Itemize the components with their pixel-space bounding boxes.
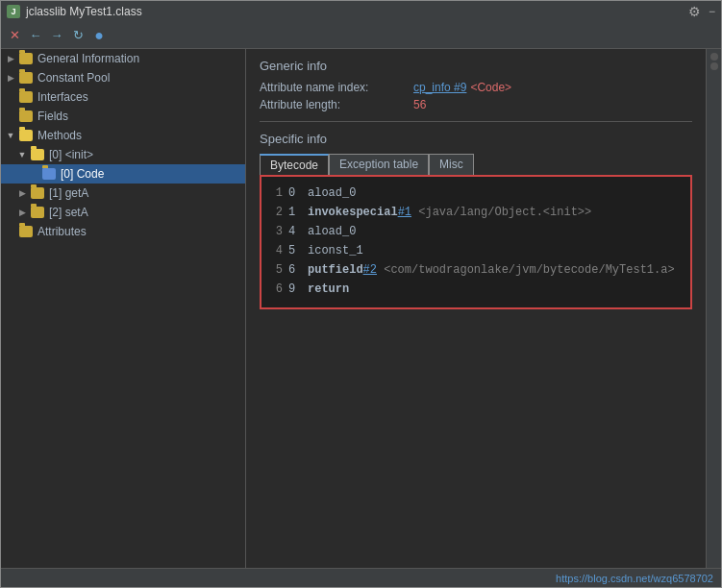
attr-name-row: Attribute name index: cp_info #9 <Code>	[260, 81, 692, 94]
main-area: ▶ General Information ▶ Constant Pool ▶ …	[1, 49, 721, 568]
attr-length-value: 56	[413, 98, 426, 111]
tree-item-general-info[interactable]: ▶ General Information	[1, 49, 245, 68]
tree-item-interfaces[interactable]: ▶ Interfaces	[1, 87, 245, 107]
code-line-1: 1 0 aload_0	[269, 184, 683, 202]
methods-label: Methods	[37, 129, 82, 142]
arrow-seta: ▶	[16, 207, 28, 218]
bytecode-panel: 1 0 aload_0 2 1 invokespecial #1 <java/l…	[260, 175, 692, 309]
code-label: [0] Code	[61, 167, 104, 181]
folder-icon-fields	[19, 110, 33, 122]
tree-item-constant-pool[interactable]: ▶ Constant Pool	[1, 68, 245, 87]
divider	[260, 121, 692, 122]
link-2[interactable]: #1	[398, 204, 411, 221]
sidebar-dot-2[interactable]	[710, 62, 718, 70]
tree-item-code[interactable]: ▶ [0] Code	[1, 164, 245, 184]
line-num-6: 6	[269, 281, 283, 298]
window-title: jclasslib MyTest1.class	[26, 5, 142, 18]
specific-info-title: Specific info	[260, 132, 692, 146]
right-sidebar	[706, 49, 721, 568]
title-bar-left: J jclasslib MyTest1.class	[7, 5, 142, 18]
instruction-2: invokespecial	[308, 204, 398, 221]
attr-name-label: Attribute name index:	[260, 81, 413, 94]
folder-icon-interfaces	[19, 91, 33, 103]
arrow-code: ▶	[28, 168, 39, 180]
sidebar-dot-1[interactable]	[710, 53, 718, 61]
instruction-5: putfield	[308, 261, 363, 279]
tab-exception-table[interactable]: Exception table	[329, 154, 429, 175]
folder-icon-attributes	[19, 226, 33, 237]
folder-icon-code	[42, 168, 56, 180]
refresh-button[interactable]: ↻	[68, 26, 87, 45]
folder-icon-general	[19, 53, 33, 64]
arrow-methods: ▼	[5, 130, 16, 141]
circle-button[interactable]: ●	[89, 26, 109, 45]
line-num-3: 3	[269, 223, 283, 240]
tree-item-fields[interactable]: ▶ Fields	[1, 107, 245, 126]
geta-label: [1] getA	[49, 186, 88, 200]
arrow-interfaces: ▶	[5, 91, 16, 103]
status-bar: https://blog.csdn.net/wzq6578702	[1, 568, 721, 587]
status-url: https://blog.csdn.net/wzq6578702	[556, 573, 713, 584]
tree-item-geta[interactable]: ▶ [1] getA	[1, 184, 245, 203]
title-bar-controls: ⚙ −	[688, 4, 715, 19]
tree-item-methods[interactable]: ▼ Methods	[1, 126, 245, 145]
line-num-1: 1	[269, 184, 283, 202]
left-tree-panel: ▶ General Information ▶ Constant Pool ▶ …	[1, 49, 246, 568]
instruction-4: iconst_1	[308, 242, 363, 259]
arrow-general-info: ▶	[5, 53, 16, 64]
main-window: J jclasslib MyTest1.class ⚙ − ✕ ← → ↻ ● …	[0, 0, 722, 588]
folder-icon-geta	[31, 187, 44, 199]
tab-misc[interactable]: Misc	[429, 154, 474, 175]
back-button[interactable]: ←	[26, 26, 45, 45]
offset-6: 9	[288, 281, 302, 298]
tabs-container: Bytecode Exception table Misc	[260, 154, 692, 175]
right-content-panel: Generic info Attribute name index: cp_in…	[246, 49, 706, 568]
tab-bytecode[interactable]: Bytecode	[260, 154, 329, 175]
generic-info-title: Generic info	[260, 59, 692, 73]
code-line-6: 6 9 return	[269, 281, 683, 298]
offset-4: 5	[288, 242, 302, 259]
line-num-5: 5	[269, 261, 283, 279]
offset-1: 0	[288, 184, 302, 202]
code-line-3: 3 4 aload_0	[269, 223, 683, 240]
attr-length-row: Attribute length: 56	[260, 98, 692, 111]
tree-item-init[interactable]: ▼ [0] <init>	[1, 145, 245, 164]
seta-label: [2] setA	[49, 206, 88, 219]
folder-icon-methods	[19, 130, 33, 141]
title-bar: J jclasslib MyTest1.class ⚙ −	[1, 1, 721, 22]
attr-name-link[interactable]: cp_info #9	[413, 81, 466, 94]
offset-5: 6	[288, 261, 302, 279]
forward-button[interactable]: →	[47, 26, 66, 45]
comment-5: <com/twodragonlake/jvm/bytecode/MyTest1.…	[377, 261, 675, 279]
constant-pool-label: Constant Pool	[37, 71, 110, 85]
folder-icon-constant-pool	[19, 72, 33, 84]
instruction-3: aload_0	[308, 223, 356, 240]
code-line-4: 4 5 iconst_1	[269, 242, 683, 259]
tree-item-seta[interactable]: ▶ [2] setA	[1, 203, 245, 222]
pin-icon[interactable]: −	[709, 5, 715, 18]
arrow-constant-pool: ▶	[5, 72, 16, 84]
settings-icon[interactable]: ⚙	[688, 4, 701, 19]
instruction-6: return	[308, 281, 349, 298]
line-num-4: 4	[269, 242, 283, 259]
attr-length-label: Attribute length:	[260, 98, 413, 111]
comment-2: <java/lang/Object.<init>>	[411, 204, 591, 221]
code-line-5: 5 6 putfield #2 <com/twodragonlake/jvm/b…	[269, 261, 683, 279]
init-label: [0] <init>	[49, 148, 93, 161]
toolbar: ✕ ← → ↻ ●	[1, 22, 721, 49]
arrow-fields: ▶	[5, 110, 16, 122]
link-5[interactable]: #2	[363, 261, 377, 279]
arrow-attributes: ▶	[5, 226, 16, 237]
offset-3: 4	[288, 223, 302, 240]
folder-icon-seta	[31, 207, 44, 218]
fields-label: Fields	[37, 110, 68, 123]
app-icon: J	[7, 5, 20, 18]
attributes-label: Attributes	[37, 225, 87, 238]
instruction-1: aload_0	[308, 184, 356, 202]
line-num-2: 2	[269, 204, 283, 221]
tree-item-attributes[interactable]: ▶ Attributes	[1, 222, 245, 241]
arrow-init: ▼	[16, 149, 28, 160]
interfaces-label: Interfaces	[37, 90, 88, 104]
close-button[interactable]: ✕	[5, 26, 24, 45]
arrow-geta: ▶	[16, 187, 28, 199]
